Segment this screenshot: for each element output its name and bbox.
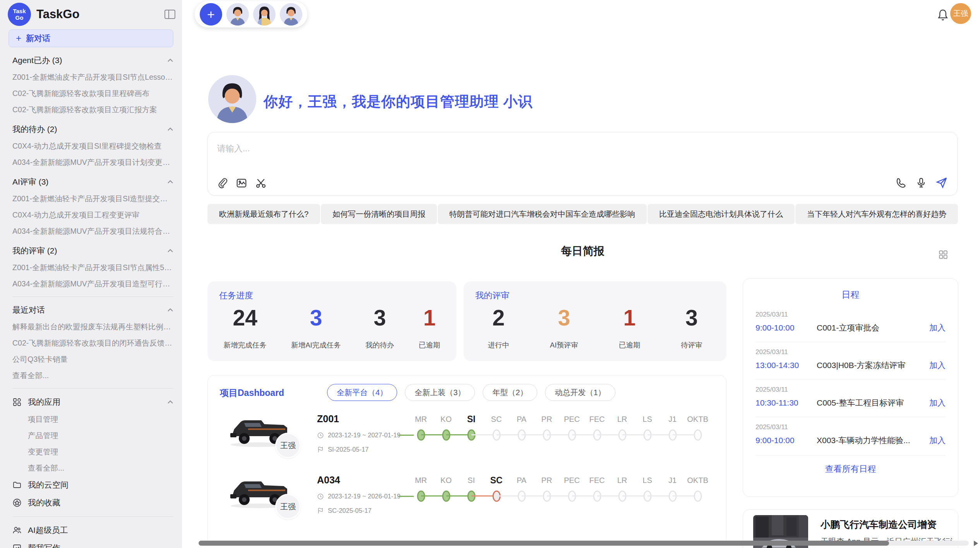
project-row[interactable]: 王强 A034 2023-12-19 ~ 2026-01-19 SC-2025-… xyxy=(226,470,717,530)
recent-chat-item[interactable]: 解释最新出台的欧盟报废车法规再生塑料比例被调至15%... xyxy=(12,319,173,335)
recent-chat-item[interactable]: C02-飞腾新能源轻客改款项目的闭环通告反馈情况 xyxy=(12,335,173,351)
milestone-label: LR xyxy=(610,472,635,488)
app-item[interactable]: 查看全部... xyxy=(28,460,173,476)
filter-pill[interactable]: 全新平台（4） xyxy=(327,384,397,401)
join-meeting-link[interactable]: 加入 xyxy=(929,322,946,333)
date-range: 2023-12-19 ~ 2026-01-19 xyxy=(328,493,401,500)
filter-pill[interactable]: 全新上装（3） xyxy=(405,384,475,401)
milestone-dot-row xyxy=(685,427,710,443)
new-chat-label: 新对话 xyxy=(26,33,50,44)
horizontal-scrollbar[interactable] xyxy=(199,541,969,546)
schedule-time: 9:00-10:00 xyxy=(756,323,817,332)
my-review-card: 我的评审 2 进行中 3 AI预评审 1 已逾期 xyxy=(464,281,726,361)
sidebar-task-item[interactable]: Z001-全新燃油轻卡产品开发项目SI节点属性5D文件评审 xyxy=(12,259,173,276)
sidebar-item-my-apps[interactable]: 我的应用 xyxy=(12,393,173,411)
scrollbar-thumb[interactable] xyxy=(199,541,889,546)
join-meeting-link[interactable]: 加入 xyxy=(929,360,946,371)
section-header-agent-done[interactable]: Agent已办 (3) xyxy=(12,52,173,69)
assistant-avatar xyxy=(208,75,256,123)
join-meeting-link[interactable]: 加入 xyxy=(929,435,946,446)
date-range: 2023-12-19 ~ 2027-01-19 xyxy=(328,432,401,439)
milestone-label: FEC xyxy=(584,472,610,488)
screenshot-scissors-icon[interactable] xyxy=(255,177,267,189)
sidebar-task-item[interactable]: A034-全新新能源MUV产品开发项目造型可行性评审 xyxy=(12,276,173,292)
new-session-button[interactable]: + xyxy=(200,3,222,26)
milestone-label: KO xyxy=(433,411,459,427)
schedule-date: 2025/03/11 xyxy=(756,348,946,356)
filter-pill[interactable]: 年型（2） xyxy=(483,384,537,401)
milestone: KO xyxy=(433,472,459,504)
milestone-label: FEC xyxy=(584,411,610,427)
contact-avatar[interactable] xyxy=(226,3,249,26)
app-item[interactable]: 项目管理 xyxy=(28,411,173,427)
milestone: MR xyxy=(408,472,433,504)
suggestion-chip[interactable]: 特朗普可能对进口汽车增税会对中国车企造成哪些影响 xyxy=(438,204,647,224)
project-row[interactable]: 王强 Z001 2023-12-19 ~ 2027-01-19 SI-2025-… xyxy=(226,409,717,469)
milestone: FEC xyxy=(584,472,610,504)
milestone-label: PEC xyxy=(559,411,584,427)
app-title: TaskGo xyxy=(36,7,164,21)
daily-brief-title: 每日简报 xyxy=(207,244,958,259)
suggestion-chip[interactable]: 欧洲新规最近颁布了什么? xyxy=(207,204,320,224)
divider xyxy=(12,296,173,297)
sidebar-task-item[interactable]: A034-全新新能源MUV产品开发项目法规符合性评审 xyxy=(12,223,173,239)
user-avatar[interactable]: 王强 xyxy=(950,3,971,24)
app-item[interactable]: 产品管理 xyxy=(28,427,173,444)
section-header-recent-chats[interactable]: 最近对话 xyxy=(12,301,173,319)
milestone: LR xyxy=(610,411,635,443)
new-chat-button[interactable]: + 新对话 xyxy=(9,29,173,47)
attachment-icon[interactable] xyxy=(217,177,228,189)
notification-bell-icon[interactable] xyxy=(937,9,949,23)
milestone-label: PEC xyxy=(559,472,584,488)
section-list: C0X4-动力总成开发项目SI里程碑提交物检查A034-全新新能源MUV产品开发… xyxy=(12,138,173,170)
microphone-icon[interactable] xyxy=(915,177,927,188)
send-icon[interactable] xyxy=(935,176,948,189)
stat-value: 3 xyxy=(365,305,394,330)
section-header-my-review[interactable]: 我的评审 (2) xyxy=(12,242,173,259)
schedule-item: 2025/03/11 13:00-14:30 C003|H0B-方案冻结评审 加… xyxy=(756,342,946,379)
milestone-label: PR xyxy=(534,472,559,488)
sidebar-task-item[interactable]: A034-全新新能源MUV产品开发项目计划变更表编写 xyxy=(12,154,173,170)
my-apps-label: 我的应用 xyxy=(28,397,161,408)
voice-call-icon[interactable] xyxy=(895,177,907,188)
message-input[interactable] xyxy=(217,140,875,157)
sidebar-task-item[interactable]: Z001-全新燃油皮卡产品开发项目SI节点Lesson Learn报告 xyxy=(12,69,173,85)
layout-grid-icon[interactable] xyxy=(938,250,948,261)
sidebar-item-ai-staff[interactable]: AI超级员工 xyxy=(12,521,173,539)
milestone-timeline: MR KO xyxy=(408,472,710,504)
recent-chat-item[interactable]: 查看全部... xyxy=(12,367,173,384)
sidebar-task-item[interactable]: C02-飞腾新能源轻客改款项目里程碑画布 xyxy=(12,85,173,101)
news-title: 小鹏飞行汽车制造公司增资 xyxy=(821,518,937,531)
sidebar-task-item[interactable]: Z001-全新燃油轻卡产品开发项目SI造型提交物评审 xyxy=(12,190,173,207)
stat: 1 已逾期 xyxy=(619,305,641,350)
sidebar-task-item[interactable]: C0X4-动力总成开发项目工程变更评审 xyxy=(12,207,173,223)
section-header-ai-review[interactable]: AI评审 (3) xyxy=(12,173,173,190)
schedule-time: 9:00-10:00 xyxy=(756,436,817,445)
contact-avatar[interactable] xyxy=(280,3,302,26)
section-title: 我的评审 (2) xyxy=(12,245,57,256)
milestone-label: KO xyxy=(433,472,459,488)
stat-label-text: 新增完成任务 xyxy=(224,340,267,350)
main-content: + 王强 你好，王强，我是你的项目管理助理 小识 xyxy=(182,0,980,548)
section-header-my-todo[interactable]: 我的待办 (2) xyxy=(12,121,173,138)
suggestion-chip[interactable]: 如何写一份清晰的项目周报 xyxy=(321,204,437,224)
sidebar-task-item[interactable]: C0X4-动力总成开发项目SI里程碑提交物检查 xyxy=(12,138,173,154)
join-meeting-link[interactable]: 加入 xyxy=(929,397,946,408)
contact-avatar[interactable] xyxy=(253,3,276,26)
suggestion-chip[interactable]: 比亚迪全固态电池计划具体说了什么 xyxy=(648,204,795,224)
suggestion-chip[interactable]: 当下年轻人对汽车外观有怎样的喜好趋势 xyxy=(795,204,958,224)
schedule-item: 2025/03/11 9:00-10:00 X003-车辆动力学性能验... 加… xyxy=(756,417,946,454)
sidebar-task-item[interactable]: C02-飞腾新能源轻客改款项目立项汇报方案 xyxy=(12,101,173,118)
app-item[interactable]: 变更管理 xyxy=(28,444,173,460)
sidebar-item-favorites[interactable]: 我的收藏 xyxy=(12,494,173,512)
recent-chat-item[interactable]: 公司Q3轻卡销量 xyxy=(12,351,173,367)
sidebar-item-write-helper[interactable]: 帮我写作 xyxy=(12,539,173,548)
view-all-schedule-link[interactable]: 查看所有日程 xyxy=(756,455,946,475)
project-flag: SI-2025-05-17 xyxy=(317,446,401,453)
milestone-label: PR xyxy=(534,411,559,427)
filter-pill[interactable]: 动总开发（1） xyxy=(545,384,615,401)
sidebar-item-cloud-space[interactable]: 我的云空间 xyxy=(12,476,173,494)
scroll-right-arrow-icon[interactable] xyxy=(974,541,978,546)
collapse-sidebar-icon[interactable] xyxy=(164,9,176,20)
image-upload-icon[interactable] xyxy=(236,177,247,189)
